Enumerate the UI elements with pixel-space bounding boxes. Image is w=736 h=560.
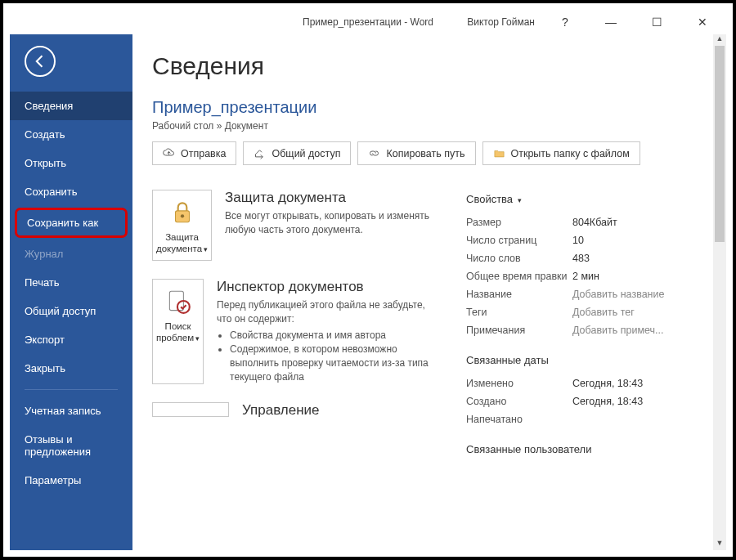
maximize-button[interactable]: ☐ (641, 16, 672, 29)
vertical-scrollbar[interactable]: ▲ ▼ (713, 34, 726, 550)
protect-desc: Все могут открывать, копировать и изменя… (225, 209, 438, 237)
sidebar-separator (25, 389, 118, 390)
manage-section: Управление (152, 402, 438, 422)
sidebar-item-общий-доступ[interactable]: Общий доступ (10, 297, 132, 325)
sidebar-item-печать[interactable]: Печать (10, 268, 132, 297)
back-button[interactable] (25, 46, 56, 77)
check-issues-button[interactable]: Поиск проблем▾ (152, 279, 204, 384)
protect-section: Защита документа▾ Защита документа Все м… (152, 190, 438, 261)
user-name[interactable]: Виктор Гойман (467, 16, 535, 28)
sidebar-item-сохранить-как[interactable]: Сохранить как (17, 210, 125, 235)
inspect-section: Поиск проблем▾ Инспектор документов Пере… (152, 279, 438, 384)
sidebar-item-отзывы-и-предложения[interactable]: Отзывы и предложения (10, 425, 132, 466)
related-dates-header: Связанные даты (466, 354, 718, 366)
close-button[interactable]: ✕ (687, 16, 718, 29)
manage-document-button[interactable] (152, 402, 229, 417)
link-icon (368, 147, 380, 159)
page-heading: Сведения (152, 52, 718, 80)
sidebar-item-параметры[interactable]: Параметры (10, 466, 132, 495)
minimize-button[interactable]: — (595, 16, 626, 29)
sidebar-item-создать[interactable]: Создать (10, 120, 132, 149)
scroll-thumb[interactable] (715, 46, 725, 242)
folder-open-icon (493, 147, 505, 159)
sidebar-highlight: Сохранить как (15, 208, 128, 238)
scroll-up-icon[interactable]: ▲ (713, 34, 726, 46)
sidebar-item-закрыть[interactable]: Закрыть (10, 354, 132, 383)
related-users-header: Связанные пользователи (466, 443, 718, 455)
inspect-bullet-2: Содержимое, в котором невозможно выполни… (230, 343, 438, 383)
checklist-icon (164, 288, 192, 316)
sidebar-item-экспорт[interactable]: Экспорт (10, 325, 132, 354)
add-title-field[interactable]: Добавить название (572, 289, 664, 300)
share-button[interactable]: Общий доступ (243, 141, 351, 165)
inspect-title: Инспектор документов (217, 279, 438, 295)
sidebar-item-журнал: Журнал (10, 240, 132, 268)
protect-title: Защита документа (225, 190, 438, 206)
cloud-upload-icon (163, 147, 175, 159)
window-title: Пример_презентации - Word (303, 16, 433, 28)
add-tags-field[interactable]: Добавить тег (572, 307, 635, 318)
sidebar-item-открыть[interactable]: Открыть (10, 149, 132, 177)
help-button[interactable]: ? (550, 16, 581, 29)
title-bar: Пример_презентации - Word Виктор Гойман … (10, 10, 726, 34)
breadcrumb: Рабочий стол » Документ (152, 120, 718, 132)
properties-panel: Свойства ▾ Размер804Кбайт Число страниц1… (466, 190, 718, 464)
lock-icon (168, 199, 196, 226)
copy-path-button[interactable]: Копировать путь (357, 141, 475, 165)
share-icon (254, 147, 266, 159)
arrow-left-icon (32, 53, 48, 69)
info-toolbar: Отправка Общий доступ Копировать путь От… (152, 141, 718, 165)
protect-document-button[interactable]: Защита документа▾ (152, 190, 212, 261)
main-panel: Сведения Пример_презентации Рабочий стол… (132, 34, 726, 550)
inspect-desc: Перед публикацией этого файла не забудьт… (217, 298, 438, 326)
send-button[interactable]: Отправка (152, 141, 236, 165)
manage-title: Управление (242, 402, 320, 419)
scroll-down-icon[interactable]: ▼ (713, 539, 726, 550)
properties-header[interactable]: Свойства ▾ (466, 193, 718, 205)
sidebar-item-учетная-запись[interactable]: Учетная запись (10, 396, 132, 425)
add-comments-field[interactable]: Добавить примеч... (572, 325, 663, 336)
inspect-bullet-1: Свойства документа и имя автора (230, 329, 438, 343)
document-title: Пример_презентации (152, 98, 718, 117)
sidebar-item-сохранить[interactable]: Сохранить (10, 177, 132, 206)
sidebar-item-сведения[interactable]: Сведения (10, 92, 132, 120)
open-folder-button[interactable]: Открыть папку с файлом (482, 141, 640, 165)
backstage-sidebar: СведенияСоздатьОткрытьСохранитьСохранить… (10, 34, 132, 550)
svg-point-1 (180, 214, 183, 217)
